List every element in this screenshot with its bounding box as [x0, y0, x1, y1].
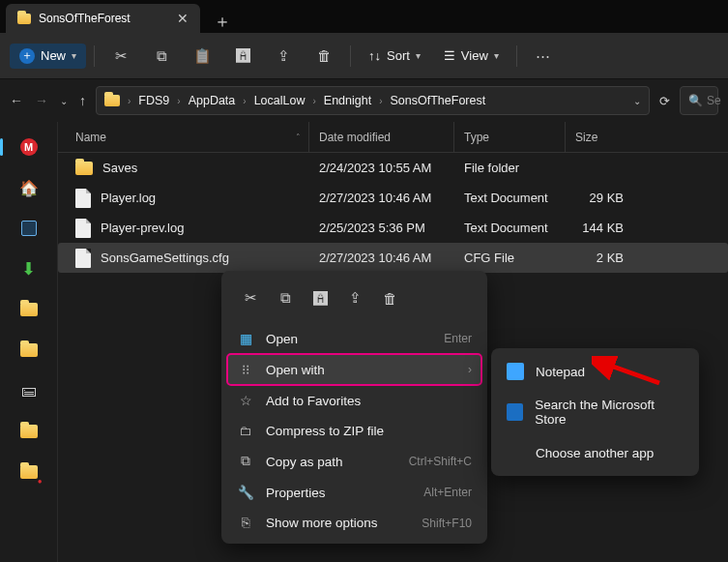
copy-icon[interactable]: ⧉ [270, 282, 301, 313]
close-tab-icon[interactable]: ✕ [138, 11, 189, 26]
crumb-3[interactable]: Endnight [324, 94, 371, 107]
menu-properties[interactable]: 🔧 Properties Alt+Enter [227, 477, 481, 508]
folder-icon [75, 162, 93, 175]
file-icon [75, 189, 91, 208]
folder-icon [17, 14, 31, 24]
file-row[interactable]: Player.log2/27/2023 10:46 AMText Documen… [58, 183, 728, 213]
cut-icon[interactable]: ✂ [235, 282, 266, 313]
chevron-right-icon: › [243, 96, 246, 106]
menu-open-with-label: Open with [266, 363, 325, 377]
sidebar-item-home[interactable]: 🏠 [17, 176, 41, 199]
sidebar-item-folder-3[interactable] [17, 420, 41, 443]
crumb-1[interactable]: AppData [189, 94, 236, 107]
rename-icon[interactable]: 🅰 [224, 38, 261, 74]
separator [516, 45, 517, 67]
shortcut: Alt+Enter [423, 486, 472, 499]
open-with-submenu: Notepad Search the Microsoft Store Choos… [491, 348, 699, 476]
sidebar-item-downloads[interactable]: ⬇ [17, 257, 41, 281]
submenu-choose-app[interactable]: Choose another app [497, 435, 693, 470]
plus-icon: ＋ [19, 48, 35, 64]
cell-size: 144 KB [566, 221, 633, 235]
cell-name: Player-prev.log [58, 219, 309, 238]
back-button[interactable]: ← [10, 93, 23, 108]
file-row[interactable]: SonsGameSettings.cfg2/27/2023 10:46 AMCF… [58, 243, 728, 273]
copy-icon[interactable]: ⧉ [143, 38, 180, 74]
cell-size: 2 KB [566, 251, 633, 265]
sidebar-item-folder[interactable] [17, 298, 41, 321]
submenu-notepad[interactable]: Notepad [497, 354, 693, 389]
view-button[interactable]: ☰ View ▾ [434, 48, 509, 63]
context-menu: ✂ ⧉ 🅰 ⇪ 🗑 ▦ Open Enter ⁝⁝ Open with › ☆ … [221, 271, 487, 544]
shortcut: Ctrl+Shift+C [409, 455, 472, 468]
new-tab-button[interactable]: ＋ [200, 10, 245, 33]
paste-icon[interactable]: 📋 [184, 38, 220, 74]
cell-type: File folder [454, 161, 566, 175]
submenu-store[interactable]: Search the Microsoft Store [497, 389, 693, 435]
menu-copy-path[interactable]: ⧉ Copy as path Ctrl+Shift+C [227, 446, 481, 477]
submenu-notepad-label: Notepad [536, 365, 585, 379]
cell-size: 29 KB [566, 191, 633, 205]
menu-open[interactable]: ▦ Open Enter [227, 323, 481, 354]
menu-show-more[interactable]: ⎘ Show more options Shift+F10 [227, 508, 481, 538]
more-icon[interactable]: ⋯ [525, 38, 562, 74]
file-name: Player.log [101, 191, 156, 205]
share-icon[interactable]: ⇪ [339, 282, 370, 313]
refresh-button[interactable]: ⟳ [659, 94, 670, 108]
up-button[interactable]: ↑ [79, 93, 86, 108]
search-input[interactable] [707, 94, 724, 107]
breadcrumb[interactable]: › FDS9 › AppData › LocalLow › Endnight ›… [96, 86, 650, 115]
crumb-4[interactable]: SonsOfTheForest [391, 94, 486, 107]
crumb-0[interactable]: FDS9 [138, 94, 169, 107]
sidebar-item-folder-4[interactable]: ● [17, 460, 41, 484]
rename-icon[interactable]: 🅰 [305, 282, 335, 313]
cell-date: 2/25/2023 5:36 PM [309, 221, 454, 235]
blank-icon [507, 444, 524, 461]
sidebar-item-drive[interactable]: 🖴 [17, 379, 41, 402]
menu-open-with[interactable]: ⁝⁝ Open with › [227, 354, 481, 385]
menu-properties-label: Properties [266, 486, 326, 500]
toolbar: ＋ New ▾ ✂ ⧉ 📋 🅰 ⇪ 🗑 ↑↓ Sort ▾ ☰ View ▾ ⋯ [0, 33, 728, 79]
cell-name: Saves [58, 161, 309, 175]
chevron-right-icon: › [312, 96, 315, 106]
path-icon: ⧉ [237, 454, 254, 469]
chevron-down-icon[interactable]: ⌄ [633, 96, 641, 106]
delete-icon[interactable]: 🗑 [374, 282, 405, 313]
shortcut: Enter [444, 332, 472, 345]
notepad-icon [507, 363, 524, 380]
menu-compress-label: Compress to ZIP file [266, 424, 384, 438]
file-row[interactable]: Player-prev.log2/25/2023 5:36 PMText Doc… [58, 213, 728, 243]
menu-compress[interactable]: 🗀 Compress to ZIP file [227, 416, 481, 446]
header-size[interactable]: Size [566, 122, 633, 152]
cell-type: Text Document [454, 191, 566, 205]
context-menu-toolbar: ✂ ⧉ 🅰 ⇪ 🗑 [227, 277, 481, 323]
recent-button[interactable]: ⌄ [60, 96, 68, 106]
file-row[interactable]: Saves2/24/2023 10:55 AMFile folder [58, 153, 728, 183]
sidebar-item-desktop[interactable] [17, 217, 41, 240]
crumb-2[interactable]: LocalLow [254, 94, 306, 107]
properties-icon: 🔧 [237, 485, 254, 500]
sidebar-item-folder-2[interactable] [17, 339, 41, 362]
new-label: New [41, 48, 66, 63]
zip-icon: 🗀 [237, 424, 254, 438]
header-name[interactable]: Name˄ [58, 122, 309, 152]
sort-label: Sort [387, 48, 410, 63]
folder-icon [104, 95, 120, 106]
delete-icon[interactable]: 🗑 [306, 38, 342, 74]
forward-button[interactable]: → [35, 93, 48, 108]
header-type[interactable]: Type [454, 122, 566, 152]
sort-button[interactable]: ↑↓ Sort ▾ [359, 48, 430, 63]
menu-add-favorites[interactable]: ☆ Add to Favorites [227, 385, 481, 416]
header-date[interactable]: Date modified [309, 122, 454, 152]
chevron-right-icon: › [128, 96, 131, 106]
address-bar-row: ← → ⌄ ↑ › FDS9 › AppData › LocalLow › En… [0, 79, 728, 122]
cell-date: 2/27/2023 10:46 AM [309, 191, 454, 205]
menu-add-favorites-label: Add to Favorites [266, 394, 361, 408]
cut-icon[interactable]: ✂ [102, 38, 139, 74]
menu-show-more-label: Show more options [266, 516, 378, 530]
sidebar-item-mega[interactable]: M [17, 135, 41, 159]
search-box[interactable]: 🔍 [680, 86, 718, 115]
share-icon[interactable]: ⇪ [265, 38, 302, 74]
tab-bar: SonsOfTheForest ✕ ＋ [0, 0, 728, 33]
active-tab[interactable]: SonsOfTheForest ✕ [6, 4, 200, 33]
new-button[interactable]: ＋ New ▾ [10, 44, 86, 69]
